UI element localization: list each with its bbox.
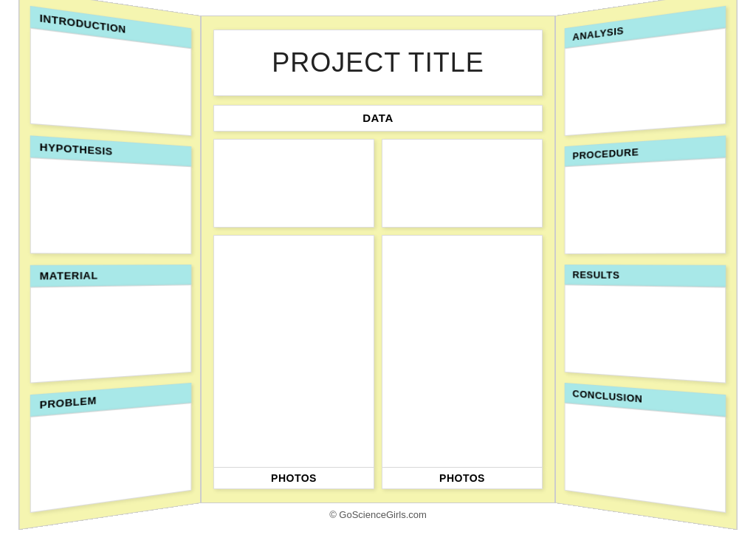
footer: © GoScienceGirls.com [329,509,427,520]
photo-content-left [213,235,374,468]
section-analysis: ANALYSIS [565,5,726,135]
project-title-box: PROJECT TITLE [213,30,543,96]
results-label: RESULTS [565,265,726,287]
science-fair-board: INTRODUCTION HYPOTHESIS MATERIAL PROBLEM… [16,16,740,503]
section-results: RESULTS [565,265,726,384]
results-content [565,284,726,384]
problem-content [30,403,192,513]
photo-label-right: PHOTOS [382,468,543,489]
data-top-boxes [213,139,543,228]
photo-section-left: PHOTOS [213,235,374,489]
page-wrapper: INTRODUCTION HYPOTHESIS MATERIAL PROBLEM… [0,0,756,535]
data-label: DATA [213,105,543,132]
section-procedure: PROCEDURE [565,135,726,254]
photo-content-right [382,235,543,468]
photo-section-right: PHOTOS [382,235,543,489]
section-material: MATERIAL [30,265,192,384]
project-title-text: PROJECT TITLE [272,47,484,78]
material-label: MATERIAL [30,265,192,287]
hypothesis-content [30,157,192,254]
panel-center: PROJECT TITLE DATA PHOTOS [201,16,555,503]
panel-right: ANALYSIS PROCEDURE RESULTS CONCLUSION [555,0,738,530]
section-hypothesis: HYPOTHESIS [30,135,192,254]
section-problem: PROBLEM [30,382,192,512]
photo-label-left: PHOTOS [213,468,374,489]
material-content [30,284,192,384]
data-section: DATA PHOTOS PHOTOS [213,105,543,489]
footer-text: © GoScienceGirls.com [329,509,427,520]
panel-left: INTRODUCTION HYPOTHESIS MATERIAL PROBLEM [18,0,201,530]
section-introduction: INTRODUCTION [30,5,192,135]
data-box-left [213,139,374,228]
procedure-content [565,157,726,254]
data-box-right [382,139,543,228]
conclusion-content [565,403,726,513]
photos-row: PHOTOS PHOTOS [213,235,543,489]
section-conclusion: CONCLUSION [565,382,726,512]
